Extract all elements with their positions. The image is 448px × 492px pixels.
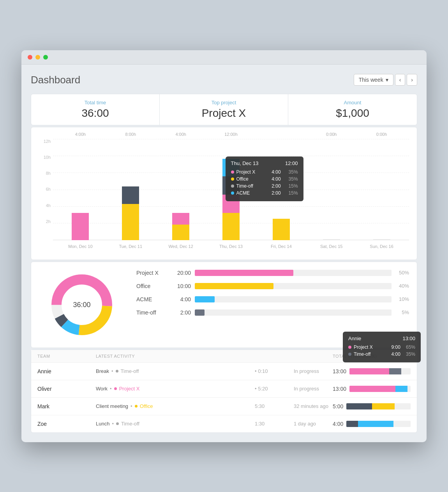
activity-dot-oliver <box>114 387 117 390</box>
bar-seg-dark <box>122 186 139 204</box>
activity-mark: Client meeting • Office <box>96 403 255 409</box>
next-week-button[interactable]: › <box>407 74 417 86</box>
project-bar-bg-office <box>195 283 392 289</box>
annie-tooltip-dot-gray <box>348 353 351 356</box>
tooltip-row-projectx: Project X 4:00 35% <box>231 169 298 175</box>
bar-seg-yellow <box>122 204 139 240</box>
minimize-dot[interactable] <box>35 55 40 60</box>
col-duration <box>255 354 294 358</box>
tooltip-dot-blue <box>231 192 234 195</box>
tooltip-time: 12:00 <box>285 160 298 166</box>
annie-tooltip: Annie 13:00 Project X 9:00 65% Time-off … <box>343 332 421 362</box>
bar-tue-label: 8:00h <box>125 132 136 137</box>
team-name-oliver: Oliver <box>37 386 96 392</box>
bar-tue-stack <box>122 186 139 240</box>
bar-seg-yellow4 <box>273 219 290 240</box>
total-mark: 5:00 <box>333 403 343 409</box>
maximize-dot[interactable] <box>43 55 48 60</box>
bar-mon-xlabel: Mon, Dec 10 <box>68 244 92 249</box>
project-row-projectx: Project X 20:00 50% <box>136 270 409 276</box>
bar-sat-label: 0:00h <box>326 132 337 137</box>
bar-mon-label: 4:00h <box>75 132 86 137</box>
col-status <box>294 354 333 358</box>
duration-mark: 5:30 <box>255 403 294 409</box>
annie-tooltip-row-projectx: Project X 9:00 65% <box>348 344 415 350</box>
project-row-acme: ACME 4:00 10% <box>136 296 409 302</box>
tooltip-dot-pink <box>231 170 234 174</box>
bar-wed-stack <box>172 213 189 240</box>
status-zoe: 1 day ago <box>294 421 333 427</box>
annie-tooltip-header: Annie 13:00 <box>348 336 415 341</box>
y-label-4h: 4h <box>46 203 51 208</box>
bar-wed-xlabel: Wed, Dec 12 <box>168 244 193 249</box>
tooltip-row-acme: ACME 2:00 15% <box>231 190 298 196</box>
stat-amount: Amount $1,000 <box>288 94 417 125</box>
project-bars: Project X 20:00 50% Office 10:00 40% <box>136 270 409 340</box>
team-row-oliver: Oliver Work • Project X • 5:20 In progre… <box>31 380 417 398</box>
bar-seg-pink2 <box>172 213 189 225</box>
project-bar-fill-timeoff <box>195 309 205 316</box>
bar-fri-xlabel: Fri, Dec 14 <box>271 244 292 249</box>
bar-seg-mark-yellow <box>372 403 395 409</box>
y-label-2h: 2h <box>46 219 51 224</box>
tooltip-row-office: Office 4:00 35% <box>231 176 298 182</box>
chart-section: 12h 10h 8h 6h 4h 2h <box>31 127 417 260</box>
y-label-10h: 10h <box>44 155 51 160</box>
team-name-annie: Annie <box>37 368 96 374</box>
tooltip-date: Thu, Dec 13 <box>231 160 259 166</box>
activity-zoe: Lunch • Time-off <box>96 421 255 427</box>
bar-seg-yellow2 <box>172 225 189 240</box>
stat-top-project: Top project Project X <box>160 94 288 125</box>
status-mark: 32 minutes ago <box>294 403 333 409</box>
bar-sat-empty <box>323 239 340 240</box>
bar-mon-stack <box>72 213 89 240</box>
page-title: Dashboard <box>31 74 80 86</box>
project-row-timeoff: Time-off 2:00 5% <box>136 309 409 316</box>
bar-sat-xlabel: Sat, Dec 15 <box>320 244 342 249</box>
activity-project-mark: Office <box>140 403 153 409</box>
bar-thu-xlabel: Thu, Dec 13 <box>219 244 243 249</box>
team-row-annie: Annie Break • Time-off • 0:10 In progres… <box>31 363 417 380</box>
stats-bar: Total time 36:00 Top project Project X A… <box>31 94 417 125</box>
bar-thu[interactable]: 12:00h Thu, Dec 13 Thu, Dec 13 <box>208 139 255 240</box>
activity-oliver: Work • Project X <box>96 386 255 392</box>
tooltip-dot-gray <box>231 184 234 188</box>
bar-sun-xlabel: Sun, Dec 16 <box>370 244 393 249</box>
tooltip-row-timeoff: Time-off 2:00 15% <box>231 183 298 189</box>
total-annie: 13:00 <box>333 368 346 374</box>
status-oliver: In progress <box>294 386 333 392</box>
team-section: TEAM LATEST ACTIVITY TOTAL (THIS WEEK) A… <box>31 350 417 433</box>
project-bar-bg-acme <box>195 296 392 302</box>
team-name-mark: Mark <box>37 403 96 409</box>
team-row-mark: Mark Client meeting • Office 5:30 32 min… <box>31 398 417 415</box>
bar-sat: 0:00h Sat, Dec 15 <box>308 139 355 240</box>
team-bar-oliver <box>349 386 411 392</box>
activity-project-oliver: Project X <box>119 386 140 392</box>
project-bar-bg-projectx <box>195 270 392 276</box>
donut-container: 36:00 <box>39 270 125 340</box>
bar-seg-oliver-blue <box>395 386 407 392</box>
page-header: Dashboard This week ▾ ‹ › <box>31 74 417 86</box>
team-row-zoe: Zoe Lunch • Time-off 1:30 1 day ago 4:00 <box>31 415 417 432</box>
total-cell-oliver: 13:00 <box>333 386 411 392</box>
col-activity: LATEST ACTIVITY <box>96 354 255 358</box>
bar-seg-annie-pink <box>349 368 389 374</box>
team-bar-mark <box>346 403 411 409</box>
project-bar-fill-projectx <box>195 270 293 276</box>
annie-tooltip-dot-pink <box>348 346 351 349</box>
y-label-12h: 12h <box>44 139 51 144</box>
project-bar-bg-timeoff <box>195 309 392 316</box>
team-bar-annie <box>349 368 411 374</box>
this-week-button[interactable]: This week ▾ <box>354 74 393 86</box>
activity-project-annie: Time-off <box>121 368 139 374</box>
donut-chart: 36:00 <box>47 270 117 340</box>
close-dot[interactable] <box>28 55 32 60</box>
prev-week-button[interactable]: ‹ <box>395 74 406 86</box>
bar-seg-yellow3 <box>222 213 240 240</box>
team-bar-zoe <box>346 421 411 427</box>
total-oliver: 13:00 <box>333 386 346 392</box>
bar-tue-xlabel: Tue, Dec 11 <box>119 244 143 249</box>
main-window: Dashboard This week ▾ ‹ › Total time 36:… <box>21 50 427 442</box>
activity-dot-zoe <box>116 422 119 425</box>
y-label-0 <box>49 235 51 240</box>
